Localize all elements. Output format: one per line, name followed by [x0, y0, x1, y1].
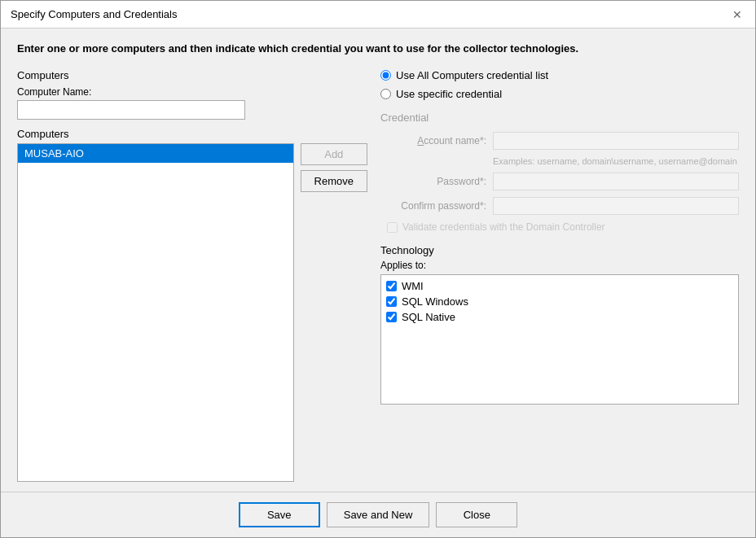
- technology-title: Technology: [380, 244, 739, 256]
- wmi-checkbox[interactable]: [386, 281, 397, 291]
- intro-text: Enter one or more computers and then ind…: [17, 42, 739, 56]
- radio-all-computers[interactable]: Use All Computers credential list: [380, 69, 739, 81]
- radio-specific[interactable]: Use specific credential: [380, 88, 739, 100]
- computers-section-label: Computers: [17, 69, 367, 81]
- radio-specific-label: Use specific credential: [396, 88, 502, 100]
- credential-section: Credential Account name*: Examples: user…: [380, 112, 739, 233]
- sql-native-label: SQL Native: [402, 311, 455, 323]
- remove-button[interactable]: Remove: [301, 170, 367, 192]
- footer: Save Save and New Close: [1, 492, 755, 537]
- confirm-password-label: Confirm password*:: [380, 200, 486, 212]
- account-name-label: Account name*:: [380, 135, 486, 147]
- technology-list: WMI SQL Windows SQL Native: [380, 274, 739, 405]
- right-panel: Use All Computers credential list Use sp…: [380, 69, 739, 482]
- computers-list-label: Computers: [17, 128, 367, 140]
- password-label: Password*:: [380, 176, 486, 187]
- computer-name-label: Computer Name:: [17, 86, 367, 98]
- title-bar: Specify Computers and Credentials ✕: [1, 1, 755, 28]
- radio-all-input[interactable]: [380, 70, 391, 81]
- sql-native-checkbox[interactable]: [386, 312, 397, 322]
- list-item[interactable]: MUSAB-AIO: [18, 144, 293, 163]
- left-panel: Computers Computer Name: Computers MUSAB…: [17, 69, 367, 482]
- account-name-input[interactable]: [493, 132, 739, 150]
- sql-windows-checkbox[interactable]: [386, 296, 397, 307]
- sql-windows-label: SQL Windows: [402, 295, 468, 308]
- computers-list[interactable]: MUSAB-AIO: [17, 143, 294, 482]
- wmi-label: WMI: [402, 280, 424, 292]
- dialog-content: Enter one or more computers and then ind…: [1, 28, 755, 482]
- close-button[interactable]: Close: [436, 502, 517, 527]
- confirm-password-input[interactable]: [493, 197, 739, 215]
- dialog-title: Specify Computers and Credentials: [11, 8, 178, 20]
- examples-text: Examples: username, domain\username, use…: [493, 156, 739, 166]
- main-area: Computers Computer Name: Computers MUSAB…: [17, 69, 739, 482]
- list-buttons: Add Remove: [301, 143, 367, 482]
- tech-item-sql-windows[interactable]: SQL Windows: [386, 295, 733, 308]
- account-name-row: Account name*:: [380, 132, 739, 150]
- add-button[interactable]: Add: [301, 143, 367, 165]
- credential-section-label: Credential: [380, 112, 739, 124]
- tech-item-sql-native[interactable]: SQL Native: [386, 311, 733, 323]
- tech-item-wmi[interactable]: WMI: [386, 280, 733, 292]
- password-input[interactable]: [493, 173, 739, 190]
- validate-checkbox[interactable]: [387, 222, 398, 233]
- radio-specific-input[interactable]: [380, 89, 391, 99]
- validate-label: Validate credentials with the Domain Con…: [402, 221, 605, 233]
- save-and-new-button[interactable]: Save and New: [327, 502, 430, 527]
- technology-section: Technology Applies to: WMI SQL Windows: [380, 244, 739, 405]
- computer-name-input[interactable]: [17, 100, 245, 120]
- confirm-password-row: Confirm password*:: [380, 197, 739, 215]
- applies-to-label: Applies to:: [380, 260, 739, 271]
- password-row: Password*:: [380, 173, 739, 190]
- save-button[interactable]: Save: [239, 502, 320, 527]
- credential-radio-group: Use All Computers credential list Use sp…: [380, 69, 739, 100]
- radio-all-label: Use All Computers credential list: [396, 69, 548, 81]
- validate-row: Validate credentials with the Domain Con…: [387, 221, 739, 233]
- window-close-button[interactable]: ✕: [729, 7, 745, 23]
- dialog-window: Specify Computers and Credentials ✕ Ente…: [0, 0, 756, 538]
- computers-row: MUSAB-AIO Add Remove: [17, 143, 367, 482]
